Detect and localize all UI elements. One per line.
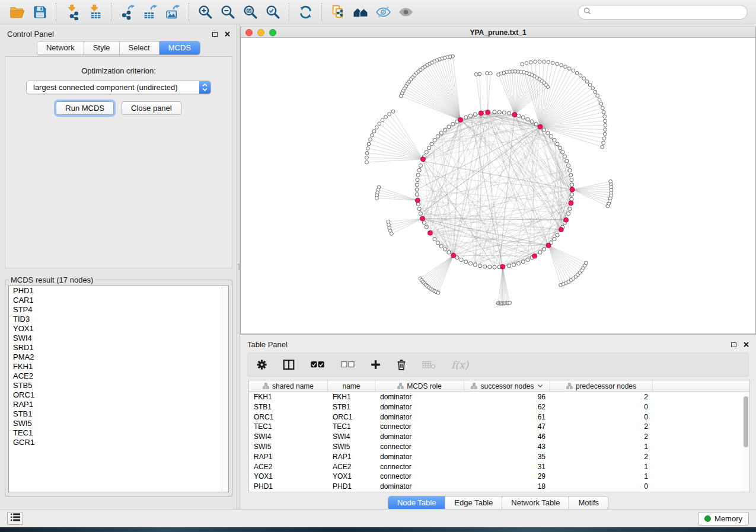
mcds-result-item[interactable]: GCR1 (9, 438, 228, 447)
table-cell: 0 (550, 402, 653, 412)
mcds-result-item[interactable]: CAR1 (9, 296, 228, 305)
first-neighbors-icon[interactable] (351, 2, 370, 21)
toolbar-separator (321, 3, 322, 21)
table-row[interactable]: PHD1PHD1dominator180 (249, 482, 749, 492)
delete-table-icon (422, 360, 436, 369)
table-row[interactable]: ACE2ACE2connector311 (249, 462, 749, 472)
mcds-result-item[interactable]: TID3 (9, 315, 228, 324)
float-table-panel-icon[interactable] (731, 342, 736, 347)
add-column-icon[interactable] (371, 360, 381, 370)
tab-select[interactable]: Select (119, 41, 159, 55)
table-cell: 2 (550, 392, 653, 402)
zoom-fit-icon[interactable] (241, 2, 260, 21)
table-cell: TEC1 (249, 422, 328, 432)
table-cell: 18 (464, 482, 550, 492)
table-cell: 96 (464, 392, 550, 402)
export-image-icon[interactable] (163, 2, 182, 21)
close-table-panel-icon[interactable] (744, 340, 749, 349)
task-history-button[interactable] (7, 512, 23, 525)
network-graph[interactable] (241, 38, 755, 334)
table-cell: 1 (550, 442, 653, 452)
mcds-result-item[interactable]: STB5 (9, 381, 228, 390)
mcds-result-item[interactable]: SRD1 (9, 343, 228, 352)
table-row[interactable]: ORC1ORC1dominator610 (249, 412, 749, 422)
table-cell: TEC1 (328, 422, 375, 432)
memory-button[interactable]: Memory (698, 512, 749, 525)
mcds-tab-content: Optimization criterion: largest connecte… (5, 56, 232, 268)
table-cell: connector (375, 422, 464, 432)
zoom-out-icon[interactable] (218, 2, 237, 21)
mcds-result-item[interactable]: RAP1 (9, 400, 228, 409)
zoom-selected-icon[interactable] (263, 2, 282, 21)
table-cell: 29 (464, 472, 550, 482)
mcds-result-item[interactable]: STB1 (9, 409, 228, 419)
mcds-result-item[interactable]: TEC1 (9, 428, 228, 438)
refresh-icon[interactable] (296, 2, 315, 21)
mcds-result-item[interactable]: STP4 (9, 305, 228, 315)
show-all-icon[interactable] (396, 2, 415, 21)
search-box[interactable] (578, 5, 748, 20)
column-header-predecessor-nodes[interactable]: predecessor nodes (550, 380, 653, 392)
close-panel-icon[interactable] (225, 30, 230, 39)
table-cell: YOX1 (249, 472, 328, 482)
table-row[interactable]: YOX1YOX1connector291 (249, 472, 749, 482)
show-columns-icon[interactable] (283, 360, 295, 370)
table-tab-edge-table[interactable]: Edge Table (445, 496, 502, 509)
mcds-result-item[interactable]: SWI5 (9, 419, 228, 428)
open-session-icon[interactable] (8, 2, 27, 21)
table-cell: YOX1 (328, 472, 375, 482)
close-panel-button[interactable]: Close panel (122, 101, 181, 115)
mcds-result-item[interactable]: PMA2 (9, 352, 228, 362)
mcds-result-item[interactable]: SWI4 (9, 334, 228, 343)
table-row[interactable]: RAP1RAP1dominator352 (249, 452, 749, 462)
save-session-icon[interactable] (30, 2, 49, 21)
select-all-icon[interactable] (310, 361, 325, 368)
mcds-result-group: MCDS result (17 nodes) PHD1CAR1STP4TID3Y… (5, 275, 232, 496)
search-input[interactable] (595, 7, 742, 17)
network-title: YPA_prune.txt_1 (470, 28, 526, 37)
table-row[interactable]: TEC1TEC1connector472 (249, 422, 749, 432)
export-network-icon[interactable] (118, 2, 137, 21)
mcds-result-item[interactable]: ORC1 (9, 390, 228, 400)
table-row[interactable]: FKH1FKH1dominator962 (249, 392, 749, 402)
tab-style[interactable]: Style (84, 41, 119, 55)
table-cell: 0 (550, 412, 653, 422)
hide-selected-icon[interactable] (374, 2, 393, 21)
table-tab-network-table[interactable]: Network Table (502, 496, 569, 509)
window-zoom-icon[interactable] (269, 29, 276, 36)
zoom-in-icon[interactable] (196, 2, 215, 21)
search-icon (583, 7, 591, 17)
mcds-list-scrollbar[interactable] (222, 286, 228, 492)
tab-network[interactable]: Network (37, 41, 84, 55)
import-table-icon[interactable] (85, 2, 104, 21)
mcds-result-item[interactable]: FKH1 (9, 362, 228, 371)
column-header-shared-name[interactable]: shared name (249, 380, 328, 392)
window-minimize-icon[interactable] (257, 29, 264, 36)
column-header-name[interactable]: name (328, 380, 375, 392)
column-header-successor-nodes[interactable]: successor nodes (464, 380, 550, 392)
column-header-MCDS-role[interactable]: MCDS role (375, 380, 464, 392)
export-table-icon[interactable] (141, 2, 160, 21)
table-row[interactable]: STB1STB1dominator620 (249, 402, 749, 412)
deselect-all-icon[interactable] (340, 361, 355, 368)
float-panel-icon[interactable] (212, 32, 218, 37)
network-window-titlebar[interactable]: YPA_prune.txt_1 (241, 27, 755, 38)
table-tab-motifs[interactable]: Motifs (569, 496, 608, 509)
table-mode-icon[interactable] (256, 359, 267, 370)
delete-columns-icon[interactable] (396, 359, 407, 371)
tab-mcds[interactable]: MCDS (159, 41, 200, 55)
clone-network-icon[interactable] (328, 2, 347, 21)
table-row[interactable]: SWI4SWI4dominator462 (249, 432, 749, 442)
mcds-result-item[interactable]: ACE2 (9, 371, 228, 381)
run-mcds-button[interactable]: Run MCDS (56, 101, 114, 115)
optimization-criterion-select[interactable]: largest connected component (undirected) (26, 81, 211, 94)
table-tab-node-table[interactable]: Node Table (388, 496, 445, 509)
window-close-icon[interactable] (245, 29, 253, 36)
table-scrollbar[interactable] (742, 393, 749, 491)
table-row[interactable]: SWI5SWI5connector431 (249, 442, 749, 452)
mcds-result-item[interactable]: PHD1 (9, 286, 228, 296)
import-network-icon[interactable] (63, 2, 82, 21)
network-canvas[interactable] (241, 38, 755, 334)
mcds-result-item[interactable]: YOX1 (9, 324, 228, 334)
table-cell: PHD1 (249, 482, 328, 492)
